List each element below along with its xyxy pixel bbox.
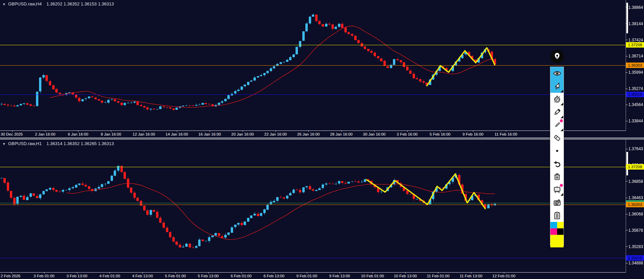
time-tick-mark bbox=[471, 272, 471, 274]
cursor-icon bbox=[553, 82, 562, 91]
price-level-tag: 1.36303 bbox=[626, 202, 644, 207]
tool-expand-corner[interactable] bbox=[561, 90, 563, 92]
tool-eraser-button[interactable] bbox=[550, 132, 564, 144]
time-tick-label: 30 Jan 16:00 bbox=[363, 132, 386, 136]
time-tick-label: 22 Jan 16:00 bbox=[264, 132, 287, 136]
time-tick-mark bbox=[77, 272, 77, 274]
pen-tool-badge[interactable] bbox=[550, 50, 564, 63]
time-tick-label: 14 Jan 16:00 bbox=[166, 132, 188, 136]
chart-dropdown-icon[interactable]: ▼ bbox=[2, 142, 6, 146]
eye-icon bbox=[553, 69, 562, 78]
time-tick-label: 12 Jan 16:00 bbox=[133, 132, 155, 136]
trading-terminal: ▼GBPUSD.raw,H41.36202 1.36352 1.36153 1.… bbox=[0, 0, 644, 279]
price-tick-mark bbox=[626, 121, 628, 121]
time-tick-mark bbox=[308, 130, 309, 132]
time-tick-label: 9 Feb 13:00 bbox=[329, 274, 350, 278]
price-tick-label: 1.35283 bbox=[628, 245, 643, 249]
time-tick-mark bbox=[208, 272, 209, 274]
tool-pencil-button[interactable] bbox=[550, 106, 564, 119]
time-tick-mark bbox=[341, 130, 342, 132]
price-tick-mark bbox=[626, 214, 628, 214]
tool-expand-corner[interactable] bbox=[561, 193, 563, 196]
price-tick-mark bbox=[626, 56, 628, 56]
time-tick-mark bbox=[44, 272, 44, 274]
time-tick-mark bbox=[373, 272, 373, 274]
price-level-tag: 1.37208 bbox=[626, 42, 644, 48]
tool-palette-button[interactable] bbox=[550, 222, 564, 235]
tool-timer-off-button[interactable] bbox=[550, 93, 564, 106]
panel-splitter[interactable] bbox=[0, 138, 644, 140]
price-tick-label: 1.35678 bbox=[628, 228, 643, 232]
price-tick-label: 1.38864 bbox=[628, 5, 643, 10]
time-tick-mark bbox=[210, 130, 210, 132]
time-tick-mark bbox=[506, 130, 506, 132]
price-tick-mark bbox=[626, 181, 628, 181]
tool-visibility-button[interactable] bbox=[550, 67, 564, 80]
time-tick-mark bbox=[374, 130, 375, 132]
time-tick-mark bbox=[11, 272, 12, 274]
time-tick-mark bbox=[243, 130, 243, 132]
time-tick-mark bbox=[504, 272, 504, 274]
dot-icon bbox=[556, 150, 558, 152]
price-level-tag: 1.37208 bbox=[626, 164, 644, 170]
time-tick-mark bbox=[143, 272, 143, 274]
h1-chart-title: ▼GBPUSD.raw,H11.36314 1.36352 1.36265 1.… bbox=[2, 141, 114, 146]
price-axis-scrollbar[interactable] bbox=[626, 152, 628, 175]
time-tick-label: 5 Feb 01:00 bbox=[165, 274, 186, 278]
price-tick-mark bbox=[626, 246, 628, 247]
tool-delete-button[interactable] bbox=[550, 170, 564, 183]
tool-expand-corner[interactable] bbox=[561, 116, 563, 118]
tool-board-button[interactable] bbox=[550, 183, 564, 196]
tool-color-dot bbox=[560, 184, 563, 187]
time-tick-label: 5 Feb 16:00 bbox=[430, 132, 450, 136]
time-tick-label: 30 Dec 2025 bbox=[1, 132, 23, 136]
price-axis-scrollbar[interactable] bbox=[626, 3, 628, 33]
time-tick-label: 5 Feb 13:00 bbox=[198, 274, 219, 278]
chart-panel-h1: ▼GBPUSD.raw,H11.36314 1.36352 1.36265 1.… bbox=[0, 140, 644, 279]
time-tick-label: 8 Jan 16:00 bbox=[101, 132, 121, 136]
tool-undo-button[interactable] bbox=[550, 157, 564, 170]
palette-color[interactable] bbox=[550, 222, 557, 228]
tool-point-button[interactable] bbox=[550, 144, 564, 157]
h4-chart-canvas[interactable] bbox=[0, 0, 644, 130]
time-tick-label: 4 Feb 13:00 bbox=[132, 274, 153, 278]
time-tick-mark bbox=[110, 272, 110, 274]
h1-chart-canvas[interactable] bbox=[0, 140, 644, 272]
time-tick-label: 6 Feb 01:00 bbox=[231, 274, 251, 278]
price-tick-mark bbox=[626, 230, 628, 230]
time-tick-mark bbox=[78, 130, 78, 132]
time-tick-label: 2 Feb 2026 bbox=[1, 274, 20, 278]
time-tick-mark bbox=[111, 130, 111, 132]
time-tick-mark bbox=[438, 272, 438, 274]
chart-dropdown-icon[interactable]: ▼ bbox=[2, 2, 6, 6]
clipboard-icon bbox=[553, 211, 562, 220]
tool-clipboard-button[interactable] bbox=[550, 209, 564, 222]
time-axis-h1[interactable]: 2 Feb 20263 Feb 01:003 Feb 13:004 Feb 01… bbox=[0, 272, 644, 279]
time-tick-label: 26 Jan 16:00 bbox=[297, 132, 320, 136]
time-tick-label: 4 Feb 01:00 bbox=[99, 274, 120, 278]
time-tick-label: 9 Feb 16:00 bbox=[462, 132, 483, 136]
price-tick-label: 1.36068 bbox=[628, 212, 643, 216]
time-tick-mark bbox=[276, 130, 276, 132]
tool-cursor-button[interactable] bbox=[550, 80, 564, 93]
time-tick-label: 9 Feb 01:00 bbox=[296, 274, 317, 278]
time-tick-label: 10 Feb 01:00 bbox=[361, 274, 384, 278]
price-tick-mark bbox=[626, 263, 628, 263]
ohlc-values: 1.36202 1.36352 1.36153 1.36313 bbox=[46, 1, 114, 6]
time-axis-separator bbox=[0, 272, 626, 273]
tool-active-color-button[interactable] bbox=[550, 235, 564, 247]
tool-pen-line-button[interactable] bbox=[550, 119, 564, 132]
tool-expand-corner[interactable] bbox=[561, 103, 563, 105]
tool-expand-corner[interactable] bbox=[561, 128, 563, 131]
palette-color[interactable] bbox=[557, 228, 564, 235]
time-tick-mark bbox=[340, 272, 340, 274]
time-tick-label: 3 Feb 01:00 bbox=[34, 274, 54, 278]
palette-color[interactable] bbox=[550, 228, 557, 235]
eraser-icon bbox=[553, 134, 562, 142]
time-axis-h4[interactable]: 30 Dec 20252 Jan 16:006 Jan 16:008 Jan 1… bbox=[0, 130, 644, 138]
ohlc-values: 1.36314 1.36352 1.36265 1.36313 bbox=[46, 141, 114, 146]
drawing-toolbar bbox=[550, 67, 564, 246]
palette-color[interactable] bbox=[557, 222, 564, 228]
tool-screenshot-button[interactable] bbox=[550, 196, 564, 209]
price-tick-label: 1.35274 bbox=[628, 87, 643, 91]
